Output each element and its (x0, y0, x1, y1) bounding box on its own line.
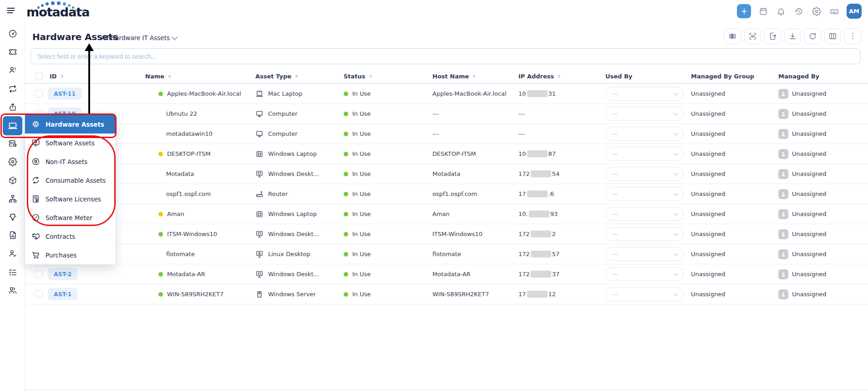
column-header-used-by[interactable]: Used By (605, 69, 632, 84)
sidebar-item-knowledge[interactable] (3, 208, 22, 226)
sidebar-item-tickets[interactable] (3, 43, 22, 61)
windows-desktop-icon (255, 270, 264, 278)
barcode-button[interactable] (724, 28, 741, 44)
used-by-dropdown[interactable]: --- (605, 87, 684, 101)
flyout-item-software-assets[interactable]: Software Assets (25, 134, 115, 152)
sort-icon[interactable] (368, 73, 374, 80)
flyout-item-consumable-assets[interactable]: Consumable Assets (25, 171, 115, 190)
sidebar-item-users[interactable] (3, 281, 22, 299)
sort-icon[interactable] (59, 73, 65, 80)
asset-name-cell[interactable]: DESKTOP-ITSM (158, 144, 211, 164)
used-by-dropdown[interactable]: --- (605, 207, 684, 221)
select-all-checkbox[interactable] (35, 72, 43, 80)
asset-name-cell[interactable]: ITSM-Windows10 (158, 224, 217, 244)
sidebar-item-approvals[interactable] (3, 244, 22, 262)
sidebar-item-assets[interactable] (3, 116, 22, 135)
asset-name-cell[interactable]: Motadata (166, 164, 194, 184)
sidebar-item-packages[interactable] (3, 171, 22, 190)
user-avatar[interactable]: AM (847, 4, 862, 19)
scan-qr-button[interactable] (744, 28, 761, 44)
table-row[interactable]: DESKTOP-ITSMWindows LaptopIn UseDESKTOP-… (25, 144, 868, 164)
sidebar-item-patch[interactable] (3, 153, 22, 171)
column-header-name[interactable]: Name (145, 69, 173, 84)
table-row[interactable]: AST-2Motadata-ARWindows Deskt...In UseMo… (25, 264, 868, 284)
hamburger-menu-icon[interactable] (6, 6, 16, 15)
status-label: In Use (352, 231, 371, 237)
table-row[interactable]: ospf1.ospf.comRouterIn Useospf1.ospf.com… (25, 184, 868, 204)
sidebar-item-tasks[interactable] (3, 263, 22, 281)
column-header-managed-by-group[interactable]: Managed By Group (691, 69, 754, 84)
row-checkbox[interactable] (35, 290, 43, 298)
used-by-dropdown[interactable]: --- (605, 287, 684, 301)
keyboard-shortcuts-button[interactable] (829, 6, 840, 17)
sidebar-item-cmdb[interactable] (3, 134, 22, 153)
used-by-dropdown[interactable]: --- (605, 127, 684, 141)
used-by-dropdown[interactable]: --- (605, 107, 684, 121)
sort-icon[interactable] (556, 73, 562, 80)
sidebar-item-reports[interactable] (3, 226, 22, 244)
sort-icon[interactable] (471, 73, 477, 80)
column-header-ip-address[interactable]: IP Address (518, 69, 562, 84)
table-row[interactable]: motadatawin10ComputerIn Use---------Unas… (25, 124, 868, 144)
asset-name-cell[interactable]: Aman (158, 204, 184, 224)
table-row[interactable]: AST-1WIN-S89SRH2KET7Windows ServerIn Use… (25, 284, 868, 304)
row-checkbox[interactable] (35, 270, 43, 278)
column-header-asset-type[interactable]: Asset Type (255, 69, 299, 84)
history-button[interactable] (793, 6, 804, 17)
sidebar-item-requesters[interactable] (3, 61, 22, 79)
sidebar-item-dashboard[interactable] (3, 25, 22, 43)
download-button[interactable] (784, 28, 801, 44)
more-actions-button[interactable] (844, 28, 861, 44)
used-by-dropdown[interactable]: --- (605, 187, 684, 201)
refresh-button[interactable] (804, 28, 821, 44)
person-icon (778, 229, 788, 239)
sidebar-item-releases[interactable] (3, 98, 22, 116)
flyout-item-software-meter[interactable]: Software Meter (25, 208, 115, 227)
row-checkbox[interactable] (35, 90, 43, 98)
asset-name-cell[interactable]: ospf1.ospf.com (166, 184, 211, 204)
flyout-item-non-it-assets[interactable]: Non-IT Assets (25, 152, 115, 171)
used-by-dropdown[interactable]: --- (605, 247, 684, 261)
managed-by-group-cell: Unassigned (691, 184, 726, 204)
table-row[interactable]: MotadataWindows Deskt...In UseMotadata17… (25, 164, 868, 184)
table-row[interactable]: AmanWindows LaptopIn UseAman10.93---Unas… (25, 204, 868, 224)
sort-icon[interactable] (167, 73, 173, 80)
used-by-dropdown[interactable]: --- (605, 267, 684, 281)
asset-name-cell[interactable]: motadatawin10 (166, 124, 213, 144)
asset-name-cell[interactable]: WIN-S89SRH2KET7 (158, 284, 223, 304)
asset-id-chip[interactable]: AST-2 (48, 268, 77, 280)
column-header-managed-by[interactable]: Managed By (778, 69, 819, 84)
flyout-item-software-licenses[interactable]: Software Licenses (25, 190, 115, 208)
table-row[interactable]: AST-11Apples-MacBook-Air.localMac Laptop… (25, 84, 868, 104)
column-header-status[interactable]: Status (344, 69, 374, 84)
used-by-dropdown[interactable]: --- (605, 167, 684, 181)
flyout-item-contracts[interactable]: Contracts (25, 227, 115, 246)
table-row[interactable]: AST-10Ubnutu 22ComputerIn Use---------Un… (25, 104, 868, 124)
sidebar-item-changes[interactable] (3, 80, 22, 98)
column-header-label: Status (344, 73, 365, 80)
table-row[interactable]: flotomateLinux DesktopIn Useflotomate172… (25, 244, 868, 264)
columns-button[interactable] (824, 28, 841, 44)
notifications-button[interactable] (776, 6, 787, 17)
settings-button[interactable] (811, 6, 822, 17)
sort-icon[interactable] (294, 73, 299, 80)
asset-name-cell[interactable]: Motadata-AR (158, 264, 205, 284)
sidebar-item-network[interactable] (3, 190, 22, 208)
asset-name-cell[interactable]: Ubnutu 22 (166, 104, 197, 123)
create-new-button[interactable] (737, 4, 751, 18)
view-selector-dropdown[interactable]: All Hardware IT Assets (101, 34, 177, 41)
asset-id-chip[interactable]: AST-1 (48, 288, 77, 300)
used-by-dropdown[interactable]: --- (605, 227, 684, 241)
flyout-item-purchases[interactable]: Purchases (25, 246, 115, 264)
search-input[interactable] (30, 48, 861, 64)
table-row[interactable]: ITSM-Windows10Windows Deskt...In UseITSM… (25, 224, 868, 244)
flyout-item-hardware-assets[interactable]: Hardware Assets (25, 115, 115, 134)
asset-id-chip[interactable]: AST-11 (48, 87, 81, 100)
column-header-host-name[interactable]: Host Name (432, 69, 477, 84)
column-header-id[interactable]: ID (50, 69, 65, 84)
used-by-dropdown[interactable]: --- (605, 147, 684, 161)
calendar-button[interactable] (758, 6, 769, 17)
asset-name-cell[interactable]: Apples-MacBook-Air.local (158, 84, 241, 103)
asset-name-cell[interactable]: flotomate (166, 244, 195, 264)
export-button[interactable] (764, 28, 781, 44)
